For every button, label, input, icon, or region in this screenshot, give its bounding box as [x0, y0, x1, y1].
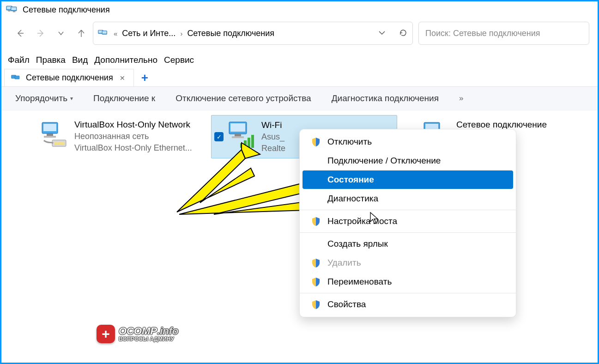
svg-rect-15: [43, 124, 56, 131]
connection-title: Сетевое подключение: [456, 120, 547, 130]
menu-view[interactable]: Вид: [72, 55, 88, 65]
ctx-connect-disconnect[interactable]: Подключение / Отключение: [303, 152, 513, 170]
tab-close-button[interactable]: ✕: [118, 74, 127, 82]
connection-device: Realte: [261, 144, 285, 153]
shield-icon: [311, 258, 321, 268]
search-placeholder: Поиск: Сетевые подключения: [425, 29, 540, 38]
breadcrumb-bar[interactable]: « Сеть и Инте... › Сетевые подключения: [93, 22, 413, 45]
connection-status: Asus_: [261, 132, 285, 142]
svg-rect-26: [248, 138, 250, 148]
address-row: « Сеть и Инте... › Сетевые подключения П…: [1, 18, 598, 53]
ctx-bridge[interactable]: Настройка моста: [303, 212, 513, 231]
content-area: VirtualBox Host-Only Network Неопознанна…: [1, 110, 598, 351]
new-tab-button[interactable]: +: [134, 71, 156, 85]
tab-network-connections[interactable]: Сетевые подключения ✕: [4, 69, 134, 86]
context-menu: Отключить Подключение / Отключение Состо…: [299, 129, 516, 317]
menu-file[interactable]: Файл: [8, 55, 30, 65]
network-adapter-icon: [39, 120, 69, 149]
breadcrumb-prefix: «: [114, 30, 117, 37]
nav-history-dropdown[interactable]: [55, 27, 67, 39]
svg-rect-13: [15, 76, 19, 79]
breadcrumb-dropdown-icon[interactable]: [378, 29, 386, 38]
ctx-create-shortcut[interactable]: Создать ярлык: [303, 235, 513, 253]
svg-rect-22: [235, 134, 241, 136]
breadcrumb-item[interactable]: Сеть и Инте...: [122, 29, 175, 38]
nav-up-button[interactable]: [75, 27, 87, 39]
menu-service[interactable]: Сервис: [164, 55, 194, 65]
breadcrumb-chevron-icon[interactable]: ›: [180, 30, 182, 37]
nav-back-button[interactable]: [14, 27, 26, 39]
shield-icon: [311, 216, 321, 226]
svg-rect-23: [232, 136, 244, 138]
toolbar-disable-device[interactable]: Отключение сетевого устройства: [175, 93, 311, 103]
network-connections-icon: [11, 74, 21, 82]
network-connections-icon: [6, 4, 19, 15]
wifi-adapter-icon: [226, 120, 256, 150]
svg-rect-19: [54, 142, 64, 145]
svg-rect-5: [13, 12, 15, 12]
watermark: + OCOMP.info ВОПРОСЫ АДМИНУ: [97, 325, 179, 343]
toolbar-diagnostics[interactable]: Диагностика подключения: [332, 93, 439, 103]
selected-check-icon: ✓: [214, 132, 224, 141]
tab-row: Сетевые подключения ✕ +: [1, 69, 598, 87]
svg-rect-16: [47, 133, 53, 136]
connection-status: Неопознанная сеть: [74, 132, 192, 141]
titlebar: Сетевые подключения: [1, 1, 598, 18]
network-connections-icon: [98, 29, 109, 38]
ctx-separator: [300, 210, 516, 210]
ctx-separator: [300, 232, 516, 233]
shield-icon: [311, 277, 321, 287]
window-title: Сетевые подключения: [23, 5, 110, 15]
ctx-properties[interactable]: Свойства: [303, 295, 513, 314]
connection-item-virtualbox[interactable]: VirtualBox Host-Only Network Неопознанна…: [34, 115, 211, 158]
menu-extra[interactable]: Дополнительно: [94, 55, 157, 65]
chevron-down-icon: ▾: [70, 95, 73, 102]
ctx-diagnostics[interactable]: Диагностика: [303, 189, 513, 208]
ctx-disable[interactable]: Отключить: [303, 133, 513, 151]
watermark-tld: .info: [157, 325, 178, 337]
svg-rect-17: [44, 136, 56, 138]
svg-rect-11: [103, 31, 107, 34]
shield-icon: [311, 299, 321, 309]
watermark-badge-icon: +: [97, 325, 115, 343]
refresh-button[interactable]: [399, 28, 408, 39]
svg-rect-24: [240, 143, 243, 148]
svg-rect-3: [11, 7, 16, 10]
ctx-separator: [300, 293, 516, 293]
svg-rect-27: [251, 135, 254, 148]
connection-title: Wi-Fi: [261, 120, 285, 130]
ctx-delete: Удалить: [303, 254, 513, 272]
svg-rect-21: [230, 123, 245, 132]
ctx-rename[interactable]: Переименовать: [303, 273, 513, 291]
menubar: Файл Правка Вид Дополнительно Сервис: [1, 53, 598, 69]
breadcrumb-item[interactable]: Сетевые подключения: [187, 29, 274, 38]
svg-rect-4: [8, 11, 10, 12]
watermark-brand: OCOMP: [119, 325, 157, 337]
mouse-cursor-icon: [369, 212, 380, 224]
toolbar-overflow[interactable]: »: [459, 94, 463, 103]
connection-device: VirtualBox Host-Only Ethernet...: [74, 143, 192, 153]
connection-title: VirtualBox Host-Only Network: [74, 120, 192, 130]
svg-rect-25: [244, 140, 247, 148]
tab-label: Сетевые подключения: [26, 73, 113, 83]
search-input[interactable]: Поиск: Сетевые подключения: [418, 22, 589, 45]
nav-forward-button[interactable]: [35, 27, 47, 39]
toolbar-connect-to[interactable]: Подключение к: [93, 93, 155, 103]
menu-edit[interactable]: Правка: [36, 55, 66, 65]
shield-icon: [311, 137, 321, 147]
toolbar: Упорядочить ▾ Подключение к Отключение с…: [1, 87, 598, 110]
ctx-status[interactable]: Состояние: [303, 170, 513, 189]
toolbar-organize[interactable]: Упорядочить ▾: [15, 93, 73, 103]
watermark-tagline: ВОПРОСЫ АДМИНУ: [119, 336, 179, 342]
